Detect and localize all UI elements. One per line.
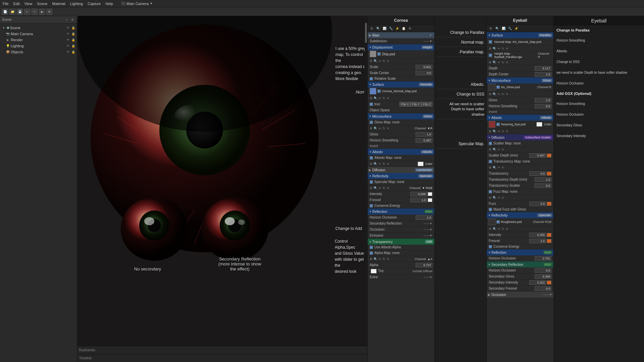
disp-gear[interactable]: ⚙: [370, 59, 372, 63]
menu-help[interactable]: Help: [105, 2, 113, 6]
er-search[interactable]: 🔍: [493, 227, 496, 231]
em-refresh[interactable]: ↻: [502, 93, 504, 96]
es-norm-search[interactable]: 🔍: [493, 47, 496, 50]
disp-scale-center-input[interactable]: [416, 71, 432, 75]
trans-close[interactable]: ✕: [387, 257, 389, 261]
toolbar-redo[interactable]: ↪: [32, 9, 38, 15]
menu-scene[interactable]: Scene: [37, 2, 47, 6]
ed-translucency-input[interactable]: [529, 171, 546, 176]
ed-trans-check[interactable]: [489, 160, 492, 163]
micro-horizon-input[interactable]: [416, 138, 432, 143]
lighting-vis[interactable]: 👁: [65, 44, 70, 48]
surf-sb-check[interactable]: [370, 103, 373, 106]
trans-refresh[interactable]: ↻: [383, 257, 385, 261]
render-lock[interactable]: 🔒: [71, 38, 75, 42]
trans-alpha-input[interactable]: [416, 263, 432, 267]
section-micro[interactable]: ▼ Microsurface Gloss: [368, 113, 434, 119]
em-search[interactable]: 🔍: [493, 93, 496, 96]
section-reflectivity[interactable]: ▼ Reflectivity Specular: [368, 173, 434, 179]
es-height-close[interactable]: ✕: [506, 61, 508, 64]
ed-f-refresh[interactable]: ↻: [502, 196, 504, 199]
er-refresh[interactable]: ↻: [502, 227, 504, 231]
em-close[interactable]: ✕: [506, 93, 508, 96]
et-icon1[interactable]: ⚙: [488, 26, 493, 31]
ea-color-swatch[interactable]: [536, 122, 542, 127]
surf-flipx[interactable]: Flip X: [399, 102, 411, 107]
menu-capture[interactable]: Capture: [88, 2, 101, 6]
refl-search[interactable]: 🔍: [374, 186, 377, 190]
em-gear[interactable]: ⚙: [489, 93, 491, 96]
ct-icon2[interactable]: 🔍: [375, 26, 381, 31]
ea-edit[interactable]: ✏: [498, 130, 500, 133]
es-norm-edit[interactable]: ✏: [498, 47, 500, 50]
er-close[interactable]: ✕: [506, 227, 508, 231]
et-icon5[interactable]: ⚡: [514, 26, 519, 31]
ea-refresh[interactable]: ↻: [502, 130, 504, 133]
viewport-scrollbar-v[interactable]: [365, 16, 367, 346]
alb-refresh[interactable]: ↻: [383, 162, 385, 166]
section-diffusion[interactable]: ▶ Diffusion Lambertian: [368, 167, 434, 173]
tree-lock-scene[interactable]: 🔒: [71, 26, 75, 29]
ed-scatter-depth-input[interactable]: [529, 153, 546, 158]
sidebar-add-icon[interactable]: +: [64, 18, 69, 21]
trans-channel-value[interactable]: ▲A: [427, 257, 432, 261]
em-horizon-input[interactable]: [535, 104, 551, 109]
er-intensity-input[interactable]: [529, 233, 546, 237]
disp-refresh[interactable]: ↻: [383, 59, 385, 63]
menu-file[interactable]: File: [3, 2, 9, 6]
camera-vis[interactable]: 👁: [65, 32, 70, 36]
camera-lock[interactable]: 🔒: [71, 32, 75, 36]
menu-lighting[interactable]: Lighting: [70, 2, 83, 6]
ea-gear[interactable]: ⚙: [489, 130, 491, 133]
trans-alpha-map-check[interactable]: [370, 251, 373, 255]
trans-edit[interactable]: ✏: [379, 257, 381, 261]
es-height-edit[interactable]: ✏: [498, 61, 500, 64]
eocc-dropdown[interactable]: ——▼: [543, 293, 552, 296]
section-reflection[interactable]: ▼ Reflection GGX: [368, 208, 434, 215]
surf-gear[interactable]: ⚙: [370, 97, 372, 100]
eyeball-section-occlusion[interactable]: ▶ Occlusion ——▼: [487, 292, 553, 298]
et-icon2[interactable]: 🔍: [494, 26, 500, 31]
er-gear[interactable]: ⚙: [489, 227, 491, 231]
main-dropdown[interactable]: ▼: [429, 34, 432, 37]
ct-icon6[interactable]: 📋: [401, 26, 406, 31]
esec-intensity-input[interactable]: [529, 280, 546, 285]
menu-view[interactable]: View: [24, 2, 33, 6]
reflection-occlusion-dropdown[interactable]: ——▼: [423, 228, 432, 231]
trans-albedo-check[interactable]: [370, 246, 373, 249]
erefl-hocomp-input[interactable]: [535, 256, 551, 261]
tree-vis-scene[interactable]: 👁: [65, 26, 70, 29]
camera-selector[interactable]: ⬛ Main Camera ▼: [121, 2, 153, 6]
eyeball-section-micro[interactable]: ▼ Microsurface Gloss: [487, 77, 553, 83]
ed-scatter-check[interactable]: [489, 142, 492, 145]
es-depth-input[interactable]: [535, 66, 551, 71]
er-edit[interactable]: ✏: [498, 227, 500, 231]
ed-t-refresh[interactable]: ↻: [502, 166, 504, 169]
disp-edit[interactable]: ✏: [379, 59, 381, 63]
er-fresnel-input[interactable]: [529, 239, 546, 243]
refl-conserve-check[interactable]: [370, 204, 373, 207]
menu-edit[interactable]: Edit: [13, 2, 20, 6]
alb-edit[interactable]: ✏: [379, 162, 381, 166]
ed-mask-check[interactable]: [489, 208, 492, 211]
lighting-lock[interactable]: 🔒: [71, 44, 75, 48]
es-norm-gear[interactable]: ⚙: [489, 47, 491, 50]
section-main[interactable]: ▶ Main ▼: [368, 32, 434, 38]
ct-icon5[interactable]: ⚡: [394, 26, 400, 31]
tree-item-lighting[interactable]: 💡 Lighting 👁 🔒: [0, 43, 77, 49]
alb-search[interactable]: 🔍: [374, 162, 377, 166]
subdivision-dropdown[interactable]: ——▼: [423, 40, 432, 43]
eyeball-section-reflectivity[interactable]: ▼ Reflectivity Specular: [487, 212, 553, 218]
ea-close[interactable]: ✕: [506, 130, 508, 133]
reflection-secondary-dropdown[interactable]: ——▼: [423, 222, 432, 225]
section-displacement[interactable]: ▼ Displacement Height: [368, 44, 434, 50]
ed-trans-depth-input[interactable]: [535, 177, 551, 182]
surf-refresh[interactable]: ↻: [383, 97, 385, 100]
ct-icon4[interactable]: 🔧: [388, 26, 393, 31]
eyeball-section-albedo[interactable]: ▼ Albedo Albedo: [487, 115, 553, 121]
micro-gloss-input[interactable]: [416, 132, 432, 137]
ed-s-edit[interactable]: ✏: [498, 148, 500, 151]
es-norm-check[interactable]: [489, 40, 492, 44]
trans-gear[interactable]: ⚙: [370, 257, 372, 261]
surf-close[interactable]: ✕: [387, 97, 389, 100]
